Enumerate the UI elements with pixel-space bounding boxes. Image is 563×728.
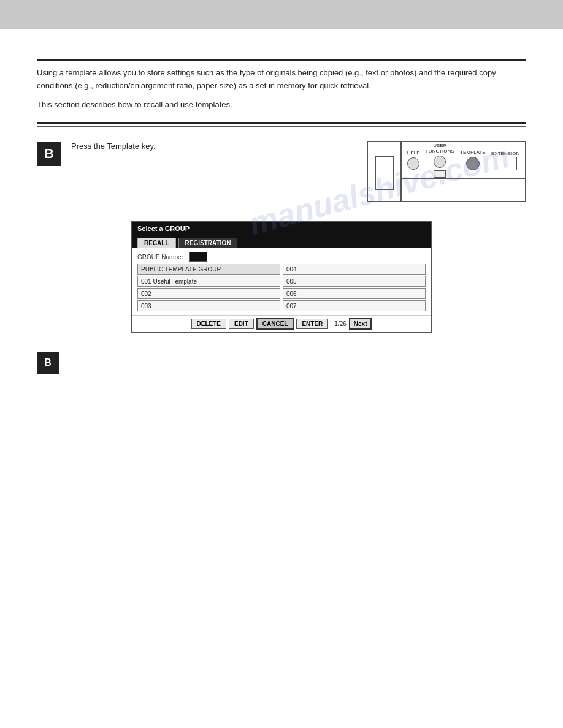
list-row-2: 002 006 — [137, 288, 426, 299]
top-divider-thick — [37, 59, 526, 61]
tab-registration[interactable]: REGISTRATION — [178, 238, 238, 248]
cancel-button[interactable]: CANCEL — [256, 318, 294, 330]
device-panel-right: HELP USERFUNCTIONS TEMPLATE — [402, 142, 525, 201]
section-b-label: B — [37, 142, 61, 166]
device-panel-left — [368, 142, 402, 201]
enter-button[interactable]: ENTER — [296, 319, 328, 329]
extension-label: EXTENSION — [491, 151, 519, 157]
list-row-1: 001 Useful Template 005 — [137, 276, 426, 287]
dialog-title: Select a GROUP — [137, 225, 190, 232]
dialog-tabs: RECALL REGISTRATION — [132, 235, 431, 248]
help-label: HELP — [407, 151, 420, 156]
main-content: Using a template allows you to store set… — [0, 29, 563, 392]
template-label: TEMPLATE — [460, 150, 486, 156]
mid-divider-thin-1 — [37, 126, 526, 127]
device-panel-top: HELP USERFUNCTIONS TEMPLATE — [402, 142, 525, 179]
delete-button[interactable]: DELETE — [191, 319, 226, 329]
page-info: 1/26 — [334, 320, 346, 327]
dialog-title-bar: Select a GROUP — [132, 222, 431, 235]
list-item-left-3[interactable]: 003 — [137, 300, 280, 311]
section-b-row: B Press the Template key. HELP — [37, 140, 526, 208]
list-item-right-3[interactable]: 007 — [283, 300, 426, 311]
panel-extension-group: EXTENSION — [491, 151, 519, 170]
edit-button[interactable]: EDIT — [229, 319, 254, 329]
list-item-right-0[interactable]: 004 — [283, 264, 426, 275]
paragraph-2: This section describes how to recall and… — [37, 99, 526, 112]
panel-left-inner — [375, 156, 394, 190]
list-item-left-0[interactable]: PUBLIC TEMPLATE GROUP — [137, 264, 280, 275]
help-circle — [407, 157, 419, 170]
panel-help-group: HELP — [407, 151, 420, 171]
template-circle-filled — [466, 157, 480, 170]
panel-user-functions-group: USERFUNCTIONS — [426, 143, 454, 178]
user-functions-sq — [434, 170, 446, 178]
device-panel-bottom — [402, 179, 525, 201]
bottom-section: B — [37, 352, 526, 374]
paragraph-1: Using a template allows you to store set… — [37, 67, 526, 93]
list-item-right-1[interactable]: 005 — [283, 276, 426, 287]
tab-recall[interactable]: RECALL — [137, 238, 176, 248]
user-functions-circle — [434, 156, 446, 168]
next-button[interactable]: Next — [349, 318, 372, 330]
section-b-content: Press the Template key. HELP — [71, 140, 526, 208]
dialog-footer: DELETE EDIT CANCEL ENTER 1/26 Next — [132, 315, 431, 332]
panel-template-group: TEMPLATE — [460, 150, 486, 172]
mid-divider-thin-2 — [37, 129, 526, 129]
list-item-left-2[interactable]: 002 — [137, 288, 280, 299]
mid-divider-thick — [37, 122, 526, 124]
list-row-0: PUBLIC TEMPLATE GROUP 004 — [137, 264, 426, 275]
dialog-body: GROUP Number PUBLIC TEMPLATE GROUP 004 0… — [132, 248, 431, 315]
dialog-box: Select a GROUP RECALL REGISTRATION GROUP… — [131, 221, 432, 333]
group-number-input[interactable] — [189, 252, 207, 262]
list-item-left-1[interactable]: 001 Useful Template — [137, 276, 280, 287]
device-panel: HELP USERFUNCTIONS TEMPLATE — [367, 141, 526, 202]
dialog-area: Select a GROUP RECALL REGISTRATION GROUP… — [37, 221, 526, 333]
group-number-row: GROUP Number — [137, 252, 426, 262]
list-item-right-2[interactable]: 006 — [283, 288, 426, 299]
extension-box — [494, 157, 517, 170]
header-bar — [0, 0, 563, 29]
group-number-label: GROUP Number — [137, 254, 186, 260]
list-row-3: 003 007 — [137, 300, 426, 311]
user-functions-label: USERFUNCTIONS — [426, 143, 454, 154]
bottom-section-label: B — [37, 352, 59, 374]
